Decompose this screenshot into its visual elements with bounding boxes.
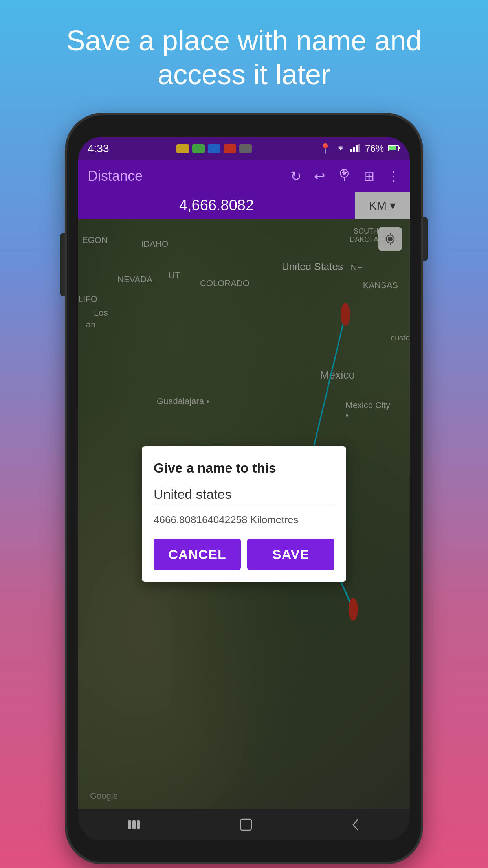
wifi-icon bbox=[335, 143, 346, 154]
add-location-icon[interactable] bbox=[338, 168, 351, 184]
signal-icon bbox=[350, 143, 361, 154]
battery-icon bbox=[388, 143, 400, 154]
notif-icon-3 bbox=[208, 144, 220, 153]
refresh-icon[interactable]: ↻ bbox=[290, 168, 301, 184]
app-toolbar: Distance ↻ ↩ ⊞ ⋮ bbox=[78, 160, 410, 192]
svg-rect-0 bbox=[350, 149, 352, 152]
svg-rect-5 bbox=[389, 146, 396, 150]
notif-icon-2 bbox=[192, 144, 205, 153]
more-options-icon[interactable]: ⋮ bbox=[387, 168, 400, 184]
svg-rect-22 bbox=[128, 820, 131, 829]
notif-icon-5 bbox=[239, 144, 252, 153]
notif-icon-4 bbox=[224, 144, 236, 153]
distance-unit[interactable]: KM ▾ bbox=[355, 192, 410, 219]
distance-bar: 4,666.8082 KM ▾ bbox=[78, 192, 410, 219]
svg-rect-10 bbox=[343, 170, 345, 175]
status-bar: 4:33 📍 bbox=[78, 137, 410, 160]
distance-value: 4,666.8082 bbox=[78, 192, 355, 219]
nav-back-button[interactable] bbox=[350, 818, 362, 832]
nav-home-button[interactable] bbox=[238, 817, 254, 833]
svg-rect-23 bbox=[132, 820, 136, 829]
page-title: Save a place with name and access it lat… bbox=[35, 0, 453, 111]
battery-percent: 76% bbox=[365, 143, 384, 154]
svg-rect-24 bbox=[137, 820, 140, 829]
notification-icons bbox=[176, 144, 252, 153]
svg-rect-25 bbox=[240, 819, 251, 830]
unit-dropdown-icon: ▾ bbox=[390, 199, 396, 212]
location-status-icon: 📍 bbox=[319, 143, 331, 154]
dialog-overlay: Give a name to this 4666.808164042258 Ki… bbox=[78, 219, 410, 809]
dialog-distance: 4666.808164042258 Kilometres bbox=[154, 514, 334, 526]
save-place-dialog: Give a name to this 4666.808164042258 Ki… bbox=[142, 446, 346, 582]
place-name-input[interactable] bbox=[154, 487, 334, 502]
dialog-title: Give a name to this bbox=[154, 460, 334, 476]
nav-menu-button[interactable] bbox=[126, 819, 142, 831]
undo-icon[interactable]: ↩ bbox=[314, 168, 325, 184]
save-button[interactable]: SAVE bbox=[247, 539, 334, 570]
cancel-button[interactable]: CANCEL bbox=[154, 539, 241, 570]
status-right-icons: 📍 76% bbox=[319, 143, 400, 154]
place-name-input-wrapper bbox=[154, 487, 334, 504]
svg-rect-3 bbox=[358, 144, 360, 152]
toolbar-action-icons: ↻ ↩ ⊞ ⋮ bbox=[290, 168, 400, 184]
svg-rect-2 bbox=[356, 145, 358, 152]
bottom-navigation bbox=[78, 809, 410, 840]
dialog-buttons: CANCEL SAVE bbox=[154, 539, 334, 570]
notif-icon-1 bbox=[176, 144, 189, 153]
svg-rect-6 bbox=[399, 147, 400, 149]
map-area[interactable]: EGON IDAHO NEVADA UT COLORADO SOUTHDAKOT… bbox=[78, 219, 410, 809]
map-icon[interactable]: ⊞ bbox=[363, 168, 374, 184]
toolbar-title: Distance bbox=[88, 168, 290, 184]
status-time: 4:33 bbox=[88, 142, 109, 155]
phone-device: 4:33 📍 bbox=[67, 115, 421, 862]
phone-screen: 4:33 📍 bbox=[78, 137, 410, 840]
svg-rect-1 bbox=[353, 147, 355, 152]
